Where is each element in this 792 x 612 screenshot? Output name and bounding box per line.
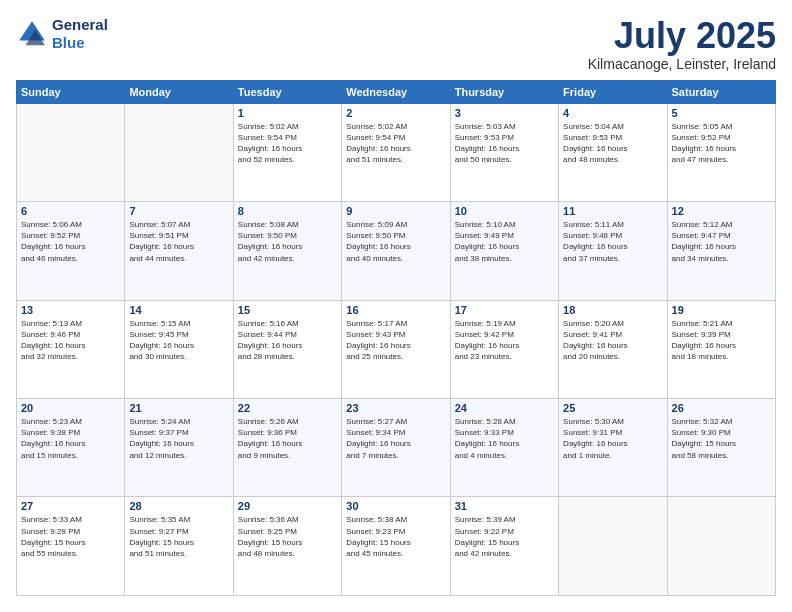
day-number: 18 xyxy=(563,304,662,316)
col-monday: Monday xyxy=(125,80,233,103)
calendar-week-row: 27Sunrise: 5:33 AM Sunset: 9:28 PM Dayli… xyxy=(17,497,776,596)
table-row: 28Sunrise: 5:35 AM Sunset: 9:27 PM Dayli… xyxy=(125,497,233,596)
table-row: 4Sunrise: 5:04 AM Sunset: 9:53 PM Daylig… xyxy=(559,103,667,201)
day-info: Sunrise: 5:10 AM Sunset: 9:49 PM Dayligh… xyxy=(455,219,554,264)
day-number: 5 xyxy=(672,107,771,119)
col-sunday: Sunday xyxy=(17,80,125,103)
day-number: 24 xyxy=(455,402,554,414)
day-number: 1 xyxy=(238,107,337,119)
day-number: 27 xyxy=(21,500,120,512)
day-info: Sunrise: 5:15 AM Sunset: 9:45 PM Dayligh… xyxy=(129,318,228,363)
col-tuesday: Tuesday xyxy=(233,80,341,103)
day-number: 9 xyxy=(346,205,445,217)
day-number: 12 xyxy=(672,205,771,217)
day-info: Sunrise: 5:06 AM Sunset: 9:52 PM Dayligh… xyxy=(21,219,120,264)
table-row: 5Sunrise: 5:05 AM Sunset: 9:52 PM Daylig… xyxy=(667,103,775,201)
day-number: 31 xyxy=(455,500,554,512)
table-row: 22Sunrise: 5:26 AM Sunset: 9:36 PM Dayli… xyxy=(233,399,341,497)
day-number: 29 xyxy=(238,500,337,512)
table-row: 30Sunrise: 5:38 AM Sunset: 9:23 PM Dayli… xyxy=(342,497,450,596)
day-info: Sunrise: 5:19 AM Sunset: 9:42 PM Dayligh… xyxy=(455,318,554,363)
col-friday: Friday xyxy=(559,80,667,103)
day-info: Sunrise: 5:03 AM Sunset: 9:53 PM Dayligh… xyxy=(455,121,554,166)
day-number: 23 xyxy=(346,402,445,414)
table-row xyxy=(125,103,233,201)
calendar-header-row: Sunday Monday Tuesday Wednesday Thursday… xyxy=(17,80,776,103)
table-row: 1Sunrise: 5:02 AM Sunset: 9:54 PM Daylig… xyxy=(233,103,341,201)
table-row xyxy=(559,497,667,596)
day-info: Sunrise: 5:17 AM Sunset: 9:43 PM Dayligh… xyxy=(346,318,445,363)
day-info: Sunrise: 5:08 AM Sunset: 9:50 PM Dayligh… xyxy=(238,219,337,264)
month-title: July 2025 xyxy=(588,16,776,56)
day-info: Sunrise: 5:26 AM Sunset: 9:36 PM Dayligh… xyxy=(238,416,337,461)
day-info: Sunrise: 5:02 AM Sunset: 9:54 PM Dayligh… xyxy=(346,121,445,166)
day-number: 15 xyxy=(238,304,337,316)
table-row: 27Sunrise: 5:33 AM Sunset: 9:28 PM Dayli… xyxy=(17,497,125,596)
table-row: 16Sunrise: 5:17 AM Sunset: 9:43 PM Dayli… xyxy=(342,300,450,398)
title-block: July 2025 Kilmacanoge, Leinster, Ireland xyxy=(588,16,776,72)
table-row: 24Sunrise: 5:28 AM Sunset: 9:33 PM Dayli… xyxy=(450,399,558,497)
table-row: 7Sunrise: 5:07 AM Sunset: 9:51 PM Daylig… xyxy=(125,202,233,300)
day-number: 22 xyxy=(238,402,337,414)
day-number: 11 xyxy=(563,205,662,217)
day-info: Sunrise: 5:35 AM Sunset: 9:27 PM Dayligh… xyxy=(129,514,228,559)
day-info: Sunrise: 5:39 AM Sunset: 9:22 PM Dayligh… xyxy=(455,514,554,559)
table-row xyxy=(17,103,125,201)
logo-text: General Blue xyxy=(52,16,108,52)
col-saturday: Saturday xyxy=(667,80,775,103)
table-row: 14Sunrise: 5:15 AM Sunset: 9:45 PM Dayli… xyxy=(125,300,233,398)
table-row: 19Sunrise: 5:21 AM Sunset: 9:39 PM Dayli… xyxy=(667,300,775,398)
day-number: 7 xyxy=(129,205,228,217)
calendar-week-row: 13Sunrise: 5:13 AM Sunset: 9:46 PM Dayli… xyxy=(17,300,776,398)
day-info: Sunrise: 5:23 AM Sunset: 9:38 PM Dayligh… xyxy=(21,416,120,461)
page: General Blue July 2025 Kilmacanoge, Lein… xyxy=(0,0,792,612)
day-info: Sunrise: 5:13 AM Sunset: 9:46 PM Dayligh… xyxy=(21,318,120,363)
table-row: 2Sunrise: 5:02 AM Sunset: 9:54 PM Daylig… xyxy=(342,103,450,201)
day-number: 2 xyxy=(346,107,445,119)
day-info: Sunrise: 5:11 AM Sunset: 9:48 PM Dayligh… xyxy=(563,219,662,264)
table-row: 31Sunrise: 5:39 AM Sunset: 9:22 PM Dayli… xyxy=(450,497,558,596)
col-wednesday: Wednesday xyxy=(342,80,450,103)
table-row: 26Sunrise: 5:32 AM Sunset: 9:30 PM Dayli… xyxy=(667,399,775,497)
table-row: 25Sunrise: 5:30 AM Sunset: 9:31 PM Dayli… xyxy=(559,399,667,497)
day-number: 28 xyxy=(129,500,228,512)
calendar-table: Sunday Monday Tuesday Wednesday Thursday… xyxy=(16,80,776,596)
table-row xyxy=(667,497,775,596)
table-row: 15Sunrise: 5:16 AM Sunset: 9:44 PM Dayli… xyxy=(233,300,341,398)
logo-icon xyxy=(16,18,48,50)
day-info: Sunrise: 5:05 AM Sunset: 9:52 PM Dayligh… xyxy=(672,121,771,166)
day-info: Sunrise: 5:30 AM Sunset: 9:31 PM Dayligh… xyxy=(563,416,662,461)
day-info: Sunrise: 5:07 AM Sunset: 9:51 PM Dayligh… xyxy=(129,219,228,264)
calendar-week-row: 1Sunrise: 5:02 AM Sunset: 9:54 PM Daylig… xyxy=(17,103,776,201)
table-row: 29Sunrise: 5:36 AM Sunset: 9:25 PM Dayli… xyxy=(233,497,341,596)
day-number: 16 xyxy=(346,304,445,316)
col-thursday: Thursday xyxy=(450,80,558,103)
calendar-week-row: 20Sunrise: 5:23 AM Sunset: 9:38 PM Dayli… xyxy=(17,399,776,497)
day-number: 19 xyxy=(672,304,771,316)
day-info: Sunrise: 5:36 AM Sunset: 9:25 PM Dayligh… xyxy=(238,514,337,559)
day-number: 13 xyxy=(21,304,120,316)
table-row: 18Sunrise: 5:20 AM Sunset: 9:41 PM Dayli… xyxy=(559,300,667,398)
table-row: 21Sunrise: 5:24 AM Sunset: 9:37 PM Dayli… xyxy=(125,399,233,497)
day-info: Sunrise: 5:32 AM Sunset: 9:30 PM Dayligh… xyxy=(672,416,771,461)
day-number: 4 xyxy=(563,107,662,119)
location: Kilmacanoge, Leinster, Ireland xyxy=(588,56,776,72)
day-info: Sunrise: 5:21 AM Sunset: 9:39 PM Dayligh… xyxy=(672,318,771,363)
table-row: 20Sunrise: 5:23 AM Sunset: 9:38 PM Dayli… xyxy=(17,399,125,497)
day-info: Sunrise: 5:16 AM Sunset: 9:44 PM Dayligh… xyxy=(238,318,337,363)
table-row: 10Sunrise: 5:10 AM Sunset: 9:49 PM Dayli… xyxy=(450,202,558,300)
day-number: 8 xyxy=(238,205,337,217)
table-row: 23Sunrise: 5:27 AM Sunset: 9:34 PM Dayli… xyxy=(342,399,450,497)
day-number: 6 xyxy=(21,205,120,217)
day-info: Sunrise: 5:38 AM Sunset: 9:23 PM Dayligh… xyxy=(346,514,445,559)
table-row: 9Sunrise: 5:09 AM Sunset: 9:50 PM Daylig… xyxy=(342,202,450,300)
day-info: Sunrise: 5:09 AM Sunset: 9:50 PM Dayligh… xyxy=(346,219,445,264)
day-info: Sunrise: 5:12 AM Sunset: 9:47 PM Dayligh… xyxy=(672,219,771,264)
header: General Blue July 2025 Kilmacanoge, Lein… xyxy=(16,16,776,72)
day-info: Sunrise: 5:04 AM Sunset: 9:53 PM Dayligh… xyxy=(563,121,662,166)
day-number: 25 xyxy=(563,402,662,414)
day-info: Sunrise: 5:20 AM Sunset: 9:41 PM Dayligh… xyxy=(563,318,662,363)
table-row: 11Sunrise: 5:11 AM Sunset: 9:48 PM Dayli… xyxy=(559,202,667,300)
day-number: 10 xyxy=(455,205,554,217)
day-number: 26 xyxy=(672,402,771,414)
